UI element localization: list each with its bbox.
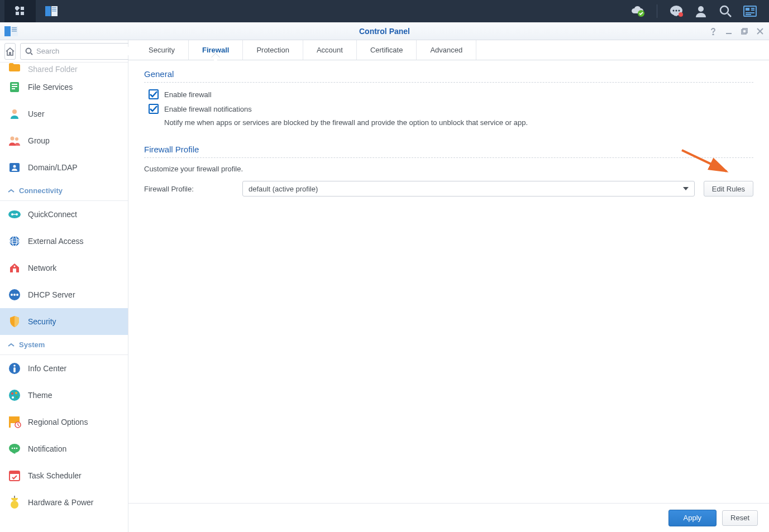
edit-rules-button[interactable]: Edit Rules: [704, 181, 753, 196]
sidebar-item-security[interactable]: Security: [0, 308, 128, 335]
sidebar-item-external-access[interactable]: External Access: [0, 228, 128, 255]
group-icon: [8, 134, 21, 147]
check-icon: [150, 106, 157, 112]
button-label: Reset: [730, 514, 749, 522]
sidebar-item-label: QuickConnect: [28, 210, 77, 219]
sidebar-item-shared-folder[interactable]: Shared Folder: [0, 63, 128, 74]
tab-account[interactable]: Account: [303, 40, 357, 60]
sidebar-item-group[interactable]: Group: [0, 127, 128, 154]
svg-point-79: [11, 501, 18, 509]
apply-button[interactable]: Apply: [668, 510, 717, 526]
svg-point-63: [9, 390, 20, 401]
check-icon: [150, 91, 157, 98]
enable-notifications-checkbox[interactable]: [149, 104, 159, 114]
svg-rect-40: [12, 88, 15, 89]
svg-rect-4: [45, 6, 51, 16]
chevron-up-icon: [8, 343, 15, 347]
svg-point-48: [16, 213, 18, 215]
tray-cloud-status-icon[interactable]: [630, 3, 646, 19]
tab-label: Security: [149, 46, 175, 54]
taskbar-app-control-panel[interactable]: [36, 0, 67, 22]
sidebar-item-label: Task Scheduler: [28, 471, 82, 480]
sidebar-item-dhcp-server[interactable]: DHCP Server: [0, 281, 128, 308]
svg-point-42: [11, 137, 15, 141]
reset-button[interactable]: Reset: [722, 510, 758, 526]
svg-rect-68: [9, 416, 11, 428]
tab-firewall[interactable]: Firewall: [189, 40, 243, 60]
control-panel-window: Control Panel Shared Fol: [0, 22, 769, 532]
svg-point-67: [12, 396, 14, 399]
svg-point-14: [679, 12, 683, 17]
checkbox-label: Enable firewall notifications: [164, 105, 252, 113]
task-scheduler-icon: [8, 469, 21, 482]
file-services-icon: [8, 80, 21, 94]
svg-point-66: [16, 396, 18, 398]
svg-rect-39: [12, 86, 17, 87]
button-label: Apply: [684, 514, 702, 522]
svg-line-36: [31, 53, 32, 55]
window-titlebar: Control Panel: [0, 22, 769, 40]
button-label: Edit Rules: [712, 185, 745, 193]
svg-point-15: [698, 6, 704, 12]
svg-rect-26: [12, 27, 17, 28]
sidebar-item-file-services[interactable]: File Services: [0, 74, 128, 100]
shared-folder-icon: [8, 63, 21, 74]
sidebar-item-notification[interactable]: Notification: [0, 435, 128, 462]
search-input[interactable]: [36, 47, 130, 55]
quickconnect-icon: [8, 208, 21, 221]
sidebar-item-network[interactable]: Network: [0, 255, 128, 281]
sidebar-group-system[interactable]: System: [0, 335, 128, 355]
sidebar-search-row: [0, 40, 128, 63]
maximize-button[interactable]: [740, 27, 749, 36]
sidebar-item-label: Domain/LDAP: [28, 163, 78, 172]
home-button[interactable]: [4, 43, 16, 60]
tab-advanced[interactable]: Advanced: [417, 40, 476, 60]
tab-protection[interactable]: Protection: [243, 40, 303, 60]
svg-line-17: [728, 13, 731, 17]
user-icon: [8, 107, 21, 121]
svg-rect-28: [12, 31, 17, 32]
taskbar-divider: [657, 4, 657, 18]
svg-rect-24: [4, 26, 11, 36]
help-button[interactable]: [709, 27, 718, 36]
tray-search-icon[interactable]: [718, 3, 733, 19]
sidebar-group-label: Connectivity: [19, 186, 63, 195]
sidebar-scroll[interactable]: Shared Folder File Services User Group D…: [0, 63, 128, 532]
close-button[interactable]: [756, 27, 765, 36]
svg-point-55: [14, 266, 16, 267]
sidebar-item-quickconnect[interactable]: QuickConnect: [0, 201, 128, 228]
search-box[interactable]: [20, 43, 135, 60]
tab-label: Certificate: [370, 46, 403, 54]
tab-label: Firewall: [202, 46, 229, 54]
sidebar-group-label: System: [19, 341, 45, 349]
sidebar-item-task-scheduler[interactable]: Task Scheduler: [0, 462, 128, 489]
profile-select[interactable]: default (active profile): [242, 181, 695, 196]
notification-icon: [8, 442, 21, 456]
window-controls: [709, 27, 765, 36]
tray-chat-icon[interactable]: [668, 3, 684, 19]
taskbar-left: [4, 0, 67, 22]
main-menu-button[interactable]: [4, 0, 36, 22]
content-area: Security Firewall Protection Account Cer…: [128, 40, 769, 532]
svg-point-47: [11, 213, 13, 215]
sidebar: Shared Folder File Services User Group D…: [0, 40, 128, 532]
sidebar-item-theme[interactable]: Theme: [0, 382, 128, 409]
sidebar-item-hardware-power[interactable]: Hardware & Power: [0, 489, 128, 516]
sidebar-item-user[interactable]: User: [0, 100, 128, 127]
tray-widgets-icon[interactable]: [742, 3, 758, 19]
sidebar-item-info-center[interactable]: Info Center: [0, 355, 128, 382]
sidebar-item-regional[interactable]: Regional Options: [0, 409, 128, 435]
sidebar-group-connectivity[interactable]: Connectivity: [0, 181, 128, 201]
hardware-power-icon: [8, 496, 21, 509]
svg-rect-1: [21, 7, 24, 10]
enable-firewall-checkbox[interactable]: [149, 89, 159, 99]
sidebar-item-label: Shared Folder: [28, 65, 78, 74]
minimize-button[interactable]: [724, 27, 733, 36]
tab-certificate[interactable]: Certificate: [357, 40, 417, 60]
sidebar-item-domain-ldap[interactable]: Domain/LDAP: [0, 154, 128, 181]
profile-description: Customize your firewall profile.: [144, 165, 753, 173]
tray-user-icon[interactable]: [693, 3, 709, 19]
svg-rect-6: [52, 7, 56, 8]
svg-point-61: [13, 365, 16, 367]
tab-security[interactable]: Security: [135, 40, 189, 60]
